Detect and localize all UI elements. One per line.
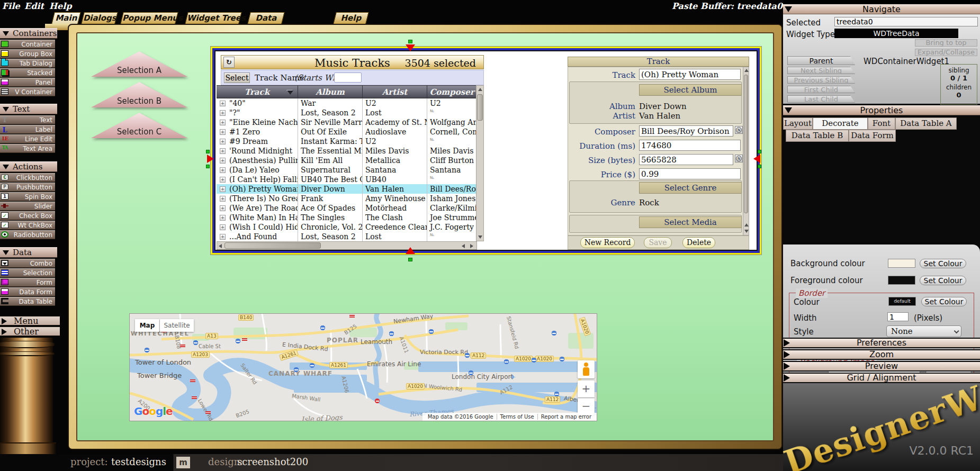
track-row[interactable]: +(I Can't Help) Fallin...UB40 The Best O… [217,175,477,184]
scrollbar-thumb[interactable] [744,75,748,213]
composer-input[interactable] [639,125,733,137]
underground-station-icon[interactable] [389,331,394,336]
set-border-colour-button[interactable]: Set Colour [921,297,967,306]
track-row[interactable]: +...And FoundLost, Season 2LostNL [217,232,477,241]
section-zoom[interactable]: Zoom [783,349,980,360]
section-grid-alignment[interactable]: Grid / Alignment [783,373,980,383]
underground-station-icon[interactable] [236,339,240,343]
scroll-down-icon[interactable] [744,230,749,233]
palette-item-tab-dialog[interactable]: Tab Dialog [0,59,55,68]
save-button[interactable]: Save [644,237,672,248]
tab-data[interactable]: Data [247,12,284,24]
rail-station-icon[interactable] [242,338,247,342]
underground-station-icon[interactable] [504,359,509,364]
selection-selection-b-button[interactable]: Selection B [91,82,187,107]
tab-dialogs[interactable]: Dialogs [81,12,118,24]
palette-item-clickbutton[interactable]: CClickbutton [0,173,55,182]
null-toggle-icon[interactable]: N [735,126,743,134]
menu-file[interactable]: File [2,1,20,11]
menu-help[interactable]: Help [49,1,72,11]
pegman-button[interactable] [578,360,595,378]
right-handle-arrow-icon[interactable] [753,155,760,163]
menu-edit[interactable]: Edit [24,1,44,11]
scrollbar-thumb[interactable] [477,94,483,121]
palette-item-slider[interactable]: Slider [0,202,55,211]
widget-type-button[interactable]: WDTreeData [834,29,958,38]
palette-section-containers[interactable]: Containers [0,28,57,39]
properties-tab-layout[interactable]: Layout [783,117,813,130]
map-zoom-in-button[interactable]: + [578,381,595,397]
left-handle-anchor[interactable] [206,165,210,168]
underground-station-icon[interactable] [193,340,198,345]
tab-widget-trees[interactable]: Widget Trees [185,12,241,24]
select-genre-button[interactable]: Select Genre [639,182,742,194]
vertical-scrollbar[interactable] [476,85,484,241]
tab-popup-menus[interactable]: Popup Menus [120,12,178,24]
palette-item-radiobutton[interactable]: Radiobutton [0,230,55,239]
palette-section-other[interactable]: Other [0,327,60,336]
size-input[interactable] [639,154,733,165]
palette-item-data-table[interactable]: Data Table [0,297,55,306]
new-record-button[interactable]: New Record [580,237,635,248]
select-album-button[interactable]: Select Album [639,84,742,96]
top-handle-anchor[interactable] [408,40,412,43]
palette-item-group-box[interactable]: Group Box [0,49,55,58]
palette-item-stacked[interactable]: Stacked [0,68,55,77]
left-handle-anchor[interactable] [206,150,210,153]
track-row[interactable]: +"Eine Kleine Nachtm...Sir Neville Marri… [217,117,477,127]
palette-item-panel[interactable]: Panel [0,78,55,87]
properties-tab-data-form[interactable]: Data Form [849,130,896,142]
previous-sibling-button[interactable]: Previous Sibling [787,76,855,84]
selection-selection-c-button[interactable]: Selection C [91,113,187,138]
underground-station-icon[interactable] [552,331,556,336]
last-child-button[interactable]: Last Child [787,95,855,103]
expand-collapse-button[interactable]: Expand/Collapse [915,49,977,56]
design-canvas[interactable]: Selection ASelection BSelection C ↻ Musi… [76,32,774,441]
bottom-handle-arrow-icon[interactable] [406,247,415,254]
palette-item-container[interactable]: Container [0,40,55,49]
properties-tab-font[interactable]: Font [868,117,895,130]
underground-station-icon[interactable] [429,329,434,334]
right-handle-anchor[interactable] [758,165,761,168]
underground-station-icon[interactable] [320,325,325,330]
set-background-colour-button[interactable]: Set Colour [920,259,966,268]
map-attribution-link[interactable]: Terms of Use [497,414,537,420]
track-row[interactable]: +'Round MidnightThe Essential Mile...Mil… [217,146,477,156]
properties-tab-data-table-b[interactable]: Data Table B [786,130,849,142]
track-row[interactable]: +(Anesthesia) Pulling ...Kill 'Em AllMet… [217,156,477,165]
scroll-up-icon[interactable] [478,88,482,91]
selected-widget-input[interactable] [834,17,978,26]
palette-item-v-container[interactable]: V Container [0,87,55,96]
palette-item-spin-box[interactable]: 1Spin Box [0,192,55,201]
palette-item-pushbutton[interactable]: PPushbutton [0,183,55,192]
underground-station-icon[interactable] [465,353,470,358]
select-button[interactable]: Select [224,73,250,83]
track-row[interactable]: +(Oh) Pretty WomanDiver DownVan HalenBil… [217,184,477,194]
first-child-button[interactable]: First Child [787,86,855,93]
scroll-down-icon[interactable] [478,236,482,239]
palette-item-combo[interactable]: Combo [0,259,55,268]
rail-station-icon[interactable] [349,315,355,319]
horizontal-scrollbar[interactable] [217,241,477,250]
track-input[interactable] [639,69,741,80]
track-row[interactable]: +(Da Le) YaleoSupernaturalSantanaSantana [217,165,477,175]
border-width-input[interactable] [887,312,909,321]
parent-button[interactable]: Parent [787,56,855,65]
scroll-up-icon[interactable] [744,223,749,227]
rail-station-icon[interactable] [205,411,211,415]
palette-item-text-area[interactable]: TAText Area [0,144,55,153]
track-row[interactable]: +#1 ZeroOut Of ExileAudioslaveCornell, C… [217,127,477,137]
underground-station-icon[interactable] [560,357,564,361]
null-toggle-icon[interactable]: N [735,155,743,162]
selection-selection-a-button[interactable]: Selection A [91,51,187,77]
palette-section-actions[interactable]: Actions [0,161,57,172]
bring-to-top-button[interactable]: Bring to top [915,39,977,47]
underground-station-icon[interactable] [532,358,536,363]
palette-item-label[interactable]: LLabel [0,125,55,134]
tab-main[interactable]: Main [51,12,80,24]
duration-input[interactable] [639,140,741,151]
column-header-album[interactable]: Album [298,86,363,99]
section-preferences[interactable]: Preferences [783,338,980,348]
top-handle-arrow-icon[interactable] [406,44,415,51]
left-handle-arrow-icon[interactable] [207,155,214,163]
